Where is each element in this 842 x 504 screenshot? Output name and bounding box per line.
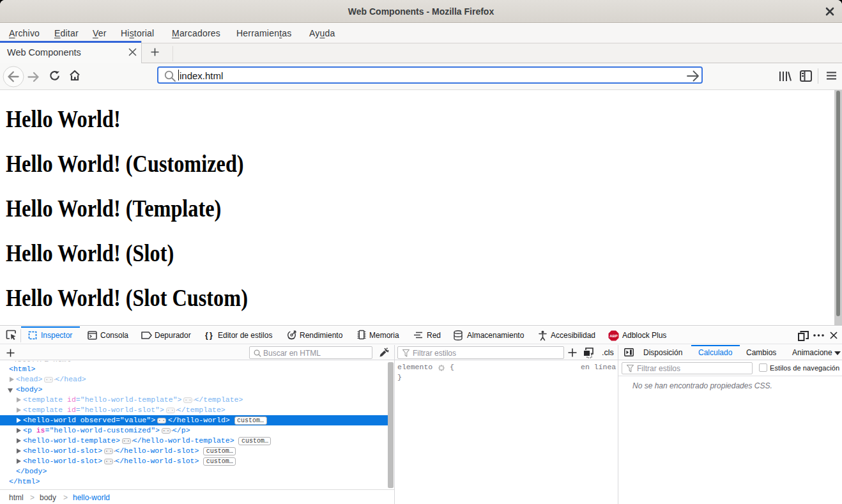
svg-text:ABP: ABP [609,334,618,338]
